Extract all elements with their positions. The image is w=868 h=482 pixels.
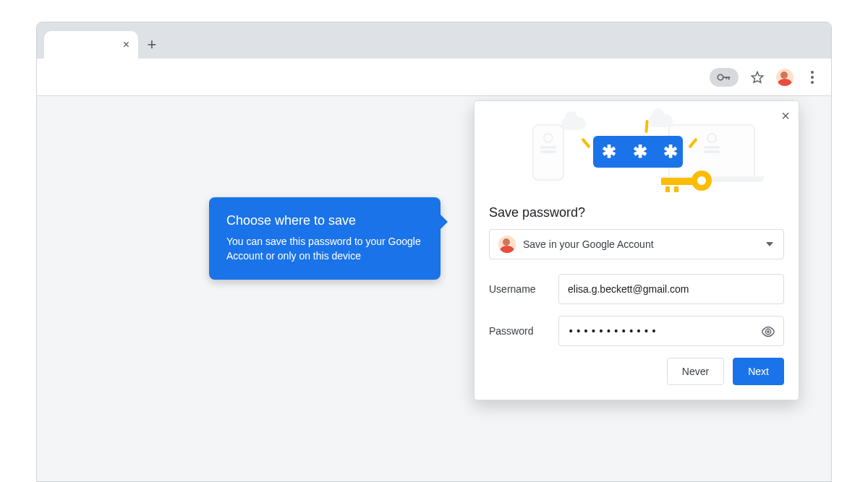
address-bar [37,59,831,96]
popup-actions: Never Next [489,358,784,385]
password-label: Password [489,325,558,337]
password-input[interactable]: •••••••••••• [558,316,784,346]
page-content: Choose where to save You can save this p… [37,96,831,481]
cloud-icon [561,117,586,130]
password-row: Password •••••••••••• [489,316,784,346]
username-value: elisa.g.beckett@gmail.com [568,283,689,295]
new-tab-button[interactable]: + [138,31,166,59]
browser-menu-icon[interactable] [804,69,821,86]
password-manager-icon[interactable] [710,68,739,87]
svg-rect-3 [726,77,728,79]
browser-window: × + Choose where to save You can save th… [36,22,832,482]
hint-title: Choose where to save [226,213,423,228]
spark-icon [644,120,648,133]
browser-tab[interactable]: × [44,31,138,59]
tab-strip: × + [37,22,831,59]
save-location-select[interactable]: Save in your Google Account [489,229,784,259]
spark-icon [581,138,590,149]
save-location-hint: Choose where to save You can save this p… [209,197,441,280]
password-value: •••••••••••• [568,325,658,337]
show-password-icon[interactable] [760,324,776,340]
next-button[interactable]: Next [733,358,784,385]
svg-rect-2 [728,77,730,79]
never-button-label: Never [682,366,709,377]
key-icon [661,171,712,191]
username-label: Username [489,283,558,295]
popup-title: Save password? [489,205,784,220]
popup-illustration: ✱ ✱ ✱ [489,111,784,198]
chevron-down-icon [766,242,773,246]
phone-illustration [532,124,564,181]
account-avatar-icon [498,236,516,253]
hint-body: You can save this password to your Googl… [226,234,423,264]
bookmark-star-icon[interactable] [749,69,766,86]
save-location-label: Save in your Google Account [523,238,654,250]
username-input[interactable]: elisa.g.beckett@gmail.com [558,274,784,304]
profile-avatar[interactable] [776,69,793,86]
next-button-label: Next [748,366,769,377]
svg-point-0 [718,74,723,80]
never-button[interactable]: Never [667,358,724,385]
close-tab-icon[interactable]: × [123,39,129,51]
save-password-popup: × ✱ ✱ ✱ [474,100,799,400]
svg-point-4 [767,330,770,333]
password-box-illustration: ✱ ✱ ✱ [593,136,683,168]
username-row: Username elisa.g.beckett@gmail.com [489,274,784,304]
